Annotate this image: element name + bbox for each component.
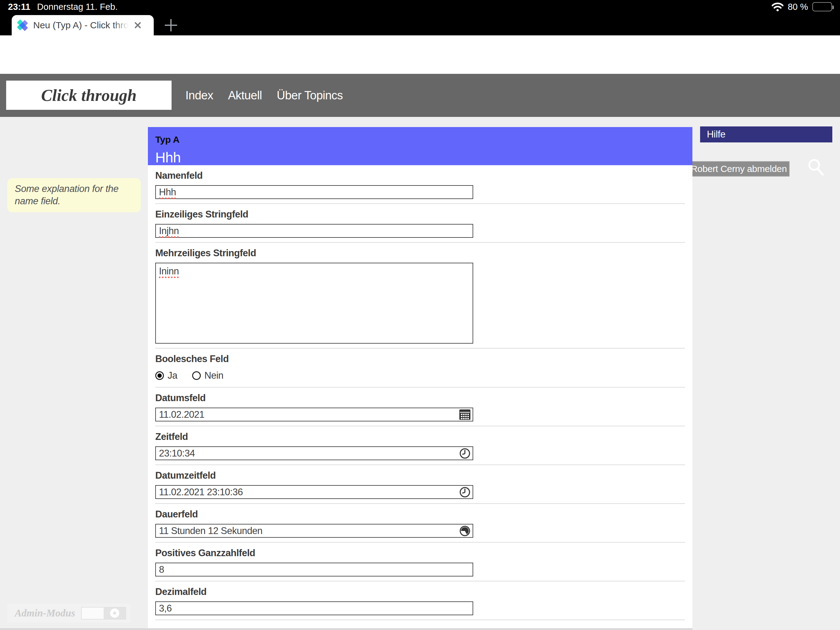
datumzeitfeld-input[interactable]: 11.02.2021 23:10:36 bbox=[155, 485, 473, 499]
field-label: Datumsfeld bbox=[155, 393, 685, 404]
logout-button[interactable]: Robert Cerny abmelden bbox=[688, 161, 789, 177]
nav-item-aktuell[interactable]: Aktuell bbox=[228, 89, 262, 102]
textarea-value: Ininn bbox=[159, 266, 179, 277]
site-header: Click through Index Aktuell Über Topincs… bbox=[0, 74, 840, 117]
new-tab-icon[interactable] bbox=[165, 19, 177, 32]
screen: 23:11 Donnerstag 11. Feb. 80 % Neu (Typ … bbox=[0, 0, 840, 630]
form-row-positives-ganzzahlfeld: Positives Ganzzahlfeld 8 bbox=[155, 543, 685, 581]
nav-item-ueber-topincs[interactable]: Über Topincs bbox=[277, 89, 343, 102]
tab-title: Neu (Typ A) - Click throu bbox=[33, 20, 128, 30]
site-logo[interactable]: Click through bbox=[6, 81, 172, 110]
help-button[interactable]: Hilfe bbox=[700, 127, 832, 142]
input-value: Hhh bbox=[159, 187, 176, 198]
form-row-mehrzeiliges-stringfeld: Mehrzeiliges Stringfeld Ininn bbox=[155, 243, 685, 348]
dauerfeld-input[interactable]: 11 Stunden 12 Sekunden bbox=[155, 524, 473, 538]
form-row-datumsfeld: Datumsfeld 11.02.2021 bbox=[155, 388, 685, 426]
field-label: Datumzeitfeld bbox=[155, 470, 685, 481]
battery-icon bbox=[812, 2, 832, 11]
battery-percent: 80 % bbox=[788, 2, 808, 12]
radio-label-nein[interactable]: Nein bbox=[204, 370, 224, 381]
close-icon[interactable] bbox=[133, 21, 141, 29]
site-favicon bbox=[17, 20, 28, 31]
wifi-icon bbox=[772, 2, 783, 11]
admin-mode-bar: Admin-Modus bbox=[7, 603, 130, 623]
toggle-knob bbox=[110, 608, 119, 618]
input-value: 11.02.2021 bbox=[159, 409, 204, 420]
form-row-dauerfeld: Dauerfeld 11 Stunden 12 Sekunden bbox=[155, 504, 685, 543]
field-label: Mehrzeiliges Stringfeld bbox=[155, 248, 685, 259]
record-title: Hhh bbox=[155, 149, 692, 166]
main-nav: Index Aktuell Über Topincs bbox=[185, 74, 343, 117]
field-label: Positives Ganzzahlfeld bbox=[155, 548, 685, 559]
browser-toolbar: topincs.com 1 bbox=[0, 35, 840, 74]
einzeiliges-stringfeld-input[interactable]: Injhn bbox=[155, 224, 473, 238]
input-value: 11.02.2021 23:10:36 bbox=[159, 487, 243, 498]
search-icon[interactable] bbox=[806, 157, 826, 177]
field-label: Namenfeld bbox=[155, 170, 685, 181]
clock-icon[interactable] bbox=[459, 448, 471, 459]
nav-item-index[interactable]: Index bbox=[185, 89, 213, 102]
field-label: Zeitfeld bbox=[155, 431, 685, 442]
radio-nein[interactable] bbox=[192, 371, 201, 380]
input-value: Injhn bbox=[159, 225, 179, 237]
record-header: Typ A Hhh bbox=[148, 127, 692, 165]
record-form: Namenfeld Hhh Einzeiliges Stringfeld Inj… bbox=[148, 165, 692, 620]
tab-strip: Neu (Typ A) - Click throu bbox=[0, 14, 840, 35]
field-label: Einzeiliges Stringfeld bbox=[155, 209, 685, 220]
input-value: 3,6 bbox=[159, 603, 172, 614]
status-date: Donnerstag 11. Feb. bbox=[37, 2, 118, 12]
calendar-icon[interactable] bbox=[459, 409, 471, 421]
field-explanation-note: Some explanation for the name field. bbox=[7, 178, 141, 212]
dezimalfeld-input[interactable]: 3,6 bbox=[155, 602, 473, 615]
field-label: Boolesches Feld bbox=[155, 353, 685, 364]
browser-tab[interactable]: Neu (Typ A) - Click throu bbox=[12, 15, 154, 35]
radio-ja[interactable] bbox=[155, 371, 164, 380]
radio-label-ja[interactable]: Ja bbox=[167, 370, 177, 381]
mehrzeiliges-stringfeld-textarea[interactable]: Ininn bbox=[155, 263, 473, 343]
datumsfeld-input[interactable]: 11.02.2021 bbox=[155, 408, 473, 421]
form-row-zeitfeld: Zeitfeld 23:10:34 bbox=[155, 426, 685, 465]
record-card: Typ A Hhh Namenfeld Hhh Einzeiliges Stri… bbox=[148, 127, 692, 630]
form-row-datumzeitfeld: Datumzeitfeld 11.02.2021 23:10:36 bbox=[155, 465, 685, 504]
status-time: 23:11 bbox=[8, 2, 30, 12]
admin-mode-label: Admin-Modus bbox=[15, 608, 75, 619]
field-label: Dauerfeld bbox=[155, 509, 685, 520]
zeitfeld-input[interactable]: 23:10:34 bbox=[155, 446, 473, 460]
form-row-namenfeld: Namenfeld Hhh bbox=[155, 165, 685, 204]
form-row-einzeiliges-stringfeld: Einzeiliges Stringfeld Injhn bbox=[155, 204, 685, 243]
admin-mode-toggle[interactable] bbox=[81, 607, 126, 619]
form-row-boolesches-feld: Boolesches Feld Ja Nein bbox=[155, 348, 685, 388]
clock-icon[interactable] bbox=[459, 486, 471, 498]
duration-icon[interactable] bbox=[459, 525, 471, 537]
field-label: Dezimalfeld bbox=[155, 586, 685, 597]
input-value: 11 Stunden 12 Sekunden bbox=[159, 526, 262, 537]
positives-ganzzahlfeld-input[interactable]: 8 bbox=[155, 563, 473, 576]
record-type: Typ A bbox=[155, 135, 692, 145]
input-value: 8 bbox=[159, 564, 164, 575]
input-value: 23:10:34 bbox=[159, 448, 195, 459]
bottom-divider bbox=[0, 628, 692, 630]
status-bar: 23:11 Donnerstag 11. Feb. 80 % bbox=[0, 0, 840, 14]
form-row-dezimalfeld: Dezimalfeld 3,6 bbox=[155, 581, 685, 620]
namenfeld-input[interactable]: Hhh bbox=[155, 185, 473, 199]
